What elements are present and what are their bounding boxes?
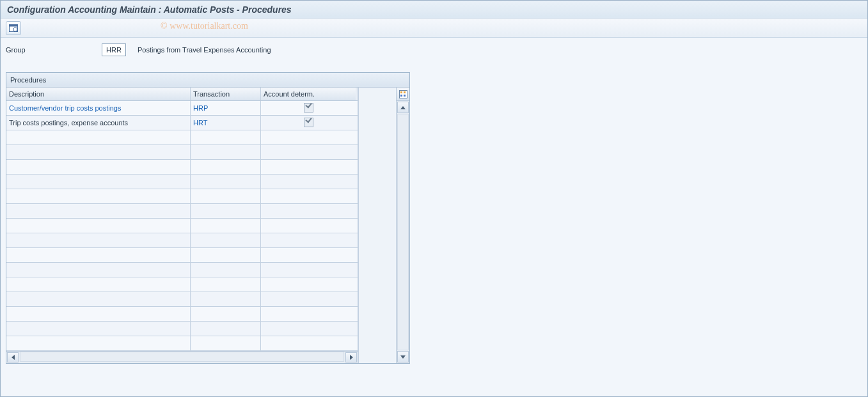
empty-cell: [6, 336, 191, 350]
table-row[interactable]: [6, 219, 358, 233]
col-transaction[interactable]: Transaction: [191, 88, 261, 100]
empty-cell: [6, 160, 191, 174]
table-row[interactable]: [6, 175, 358, 189]
empty-cell: [261, 189, 356, 203]
empty-cell: [191, 292, 261, 306]
empty-cell: [191, 322, 261, 336]
group-description: Postings from Travel Expenses Accounting: [138, 46, 271, 54]
cell-account-determ: [261, 101, 356, 115]
svg-rect-7: [400, 95, 402, 97]
scroll-right-button[interactable]: [345, 352, 357, 362]
empty-cell: [6, 189, 191, 203]
hscroll-track[interactable]: [20, 352, 344, 362]
chevron-left-icon: [12, 355, 15, 360]
table-row[interactable]: [6, 307, 358, 322]
chevron-right-icon: [350, 355, 353, 360]
empty-cell: [6, 322, 191, 336]
empty-cell: [191, 233, 261, 247]
horizontal-scrollbar[interactable]: [6, 351, 358, 363]
cell-description[interactable]: Customer/vendor trip costs postings: [6, 101, 191, 115]
table-row[interactable]: [6, 322, 358, 336]
panel-title: Procedures: [6, 73, 409, 88]
checkbox-icon[interactable]: [304, 103, 313, 113]
empty-cell: [261, 292, 356, 306]
empty-cell: [261, 130, 356, 144]
col-account-determ[interactable]: Account determ.: [261, 88, 356, 100]
table-row[interactable]: Customer/vendor trip costs postingsHRP: [6, 101, 358, 116]
table-settings-button[interactable]: [397, 88, 409, 101]
table-row[interactable]: [6, 233, 358, 248]
cell-transaction: HRP: [191, 101, 261, 115]
table-header: Description Transaction Account determ.: [6, 88, 358, 101]
table-row[interactable]: [6, 130, 358, 145]
cell-account-determ: [261, 116, 356, 130]
detail-view-icon: [9, 24, 18, 32]
empty-cell: [191, 248, 261, 262]
group-row: Group HRR Postings from Travel Expenses …: [6, 42, 862, 58]
empty-cell: [6, 175, 191, 189]
svg-rect-1: [10, 24, 18, 26]
empty-cell: [191, 277, 261, 292]
empty-cell: [261, 336, 356, 350]
table-row[interactable]: [6, 145, 358, 160]
col-description[interactable]: Description: [6, 88, 191, 100]
group-label: Group: [6, 46, 102, 54]
scroll-up-button[interactable]: [397, 102, 409, 113]
procedures-panel: Procedures Description Transaction Accou…: [6, 72, 410, 364]
empty-cell: [6, 219, 191, 233]
chevron-down-icon: [400, 355, 406, 359]
svg-rect-6: [404, 91, 406, 93]
watermark-text: © www.tutorialkart.com: [161, 21, 248, 31]
scroll-down-button[interactable]: [397, 351, 409, 362]
table-row[interactable]: [6, 204, 358, 219]
page-title: Configuration Accounting Maintain : Auto…: [1, 1, 867, 19]
app-frame: Configuration Accounting Maintain : Auto…: [0, 0, 868, 397]
scroll-left-button[interactable]: [7, 352, 19, 362]
empty-cell: [6, 307, 191, 321]
table-settings-icon: [399, 90, 407, 98]
empty-cell: [261, 204, 356, 218]
table-row[interactable]: [6, 263, 358, 277]
empty-cell: [261, 233, 356, 247]
empty-cell: [191, 219, 261, 233]
table-row[interactable]: [6, 277, 358, 292]
table-row[interactable]: [6, 189, 358, 204]
empty-cell: [261, 322, 356, 336]
procedures-table: Description Transaction Account determ. …: [6, 88, 358, 363]
empty-cell: [6, 292, 191, 306]
empty-cell: [191, 263, 261, 277]
cell-transaction: HRT: [191, 116, 261, 130]
empty-cell: [6, 248, 191, 262]
vscroll-track[interactable]: [397, 114, 409, 350]
empty-cell: [191, 160, 261, 174]
empty-cell: [191, 204, 261, 218]
empty-cell: [261, 145, 356, 159]
empty-cell: [261, 277, 356, 292]
empty-cell: [6, 263, 191, 277]
table-gap-column: [358, 88, 396, 363]
empty-cell: [261, 263, 356, 277]
table-row[interactable]: [6, 248, 358, 263]
group-value[interactable]: HRR: [102, 43, 126, 56]
empty-cell: [191, 175, 261, 189]
detail-view-button[interactable]: [6, 21, 21, 35]
checkbox-icon[interactable]: [304, 118, 313, 127]
svg-rect-5: [400, 91, 402, 93]
empty-cell: [191, 145, 261, 159]
cell-description: Trip costs postings, expense accounts: [6, 116, 191, 130]
empty-cell: [191, 307, 261, 321]
table-row[interactable]: Trip costs postings, expense accountsHRT: [6, 116, 358, 130]
table-row[interactable]: [6, 292, 358, 307]
empty-cell: [191, 130, 261, 144]
empty-cell: [261, 248, 356, 262]
table-row[interactable]: [6, 336, 358, 351]
empty-cell: [191, 336, 261, 350]
table-row[interactable]: [6, 160, 358, 175]
chevron-up-icon: [400, 106, 406, 109]
toolbar: © www.tutorialkart.com: [1, 19, 867, 38]
empty-cell: [261, 219, 356, 233]
svg-rect-8: [404, 95, 406, 97]
empty-cell: [6, 233, 191, 247]
empty-cell: [6, 204, 191, 218]
empty-cell: [261, 160, 356, 174]
